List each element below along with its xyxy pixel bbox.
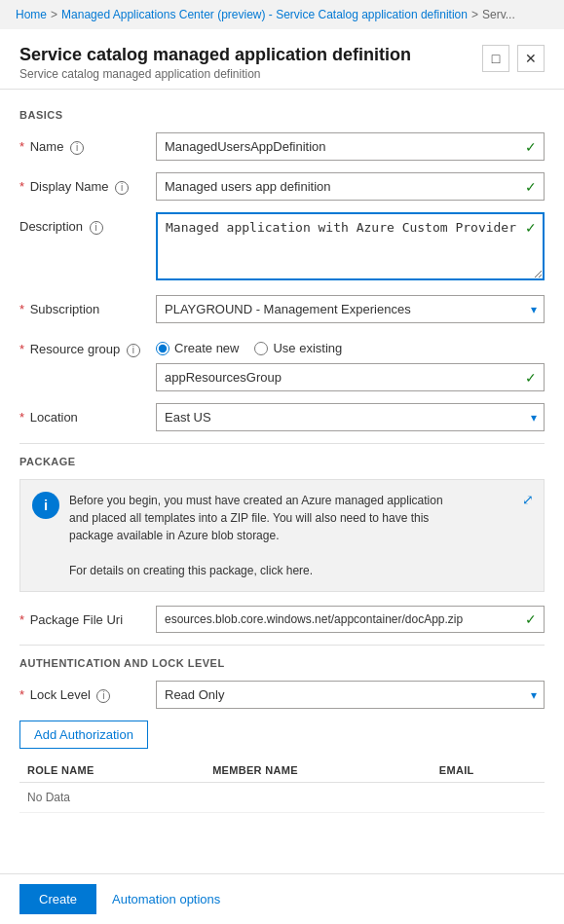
location-row: * Location East US ▾ — [19, 403, 545, 431]
description-textarea[interactable]: Managed application with Azure Custom Pr… — [156, 212, 545, 280]
info-letter: i — [44, 495, 48, 517]
resource-group-label: * Resource group i — [19, 335, 156, 357]
package-section-label: PACKAGE — [19, 456, 545, 467]
package-info-box: i ⤢ Before you begin, you must have crea… — [19, 479, 545, 592]
main-content: BASICS * Name i ✓ * Display Name i ✓ — [0, 90, 564, 891]
description-row: Description i Managed application with A… — [19, 212, 545, 283]
header-text: Service catalog managed application defi… — [19, 45, 411, 81]
package-uri-row: * Package File Uri ✓ — [19, 606, 545, 633]
subscription-row: * Subscription PLAYGROUND - Management E… — [19, 295, 545, 323]
name-input[interactable] — [156, 132, 545, 161]
description-control: Managed application with Azure Custom Pr… — [156, 212, 545, 283]
use-existing-radio[interactable] — [254, 342, 268, 355]
basics-section-label: BASICS — [19, 109, 545, 121]
resource-group-checkmark: ✓ — [525, 370, 537, 386]
package-uri-label: * Package File Uri — [19, 606, 156, 627]
page-subtitle: Service catalog managed application defi… — [19, 67, 411, 81]
description-textarea-wrap: Managed application with Azure Custom Pr… — [156, 212, 545, 283]
display-name-row: * Display Name i ✓ — [19, 172, 545, 201]
display-name-control: ✓ — [156, 172, 545, 201]
close-button[interactable]: ✕ — [517, 45, 545, 72]
resource-group-field-wrap: ✓ — [156, 363, 545, 391]
lock-level-control: Read Only ▾ — [156, 681, 545, 709]
use-existing-option[interactable]: Use existing — [254, 341, 342, 355]
description-checkmark: ✓ — [525, 220, 537, 236]
header-actions: □ ✕ — [482, 45, 545, 72]
add-authorization-button[interactable]: Add Authorization — [19, 721, 148, 749]
breadcrumb-sep-1: > — [51, 8, 57, 21]
email-header: EMAIL — [432, 758, 545, 783]
breadcrumb-home[interactable]: Home — [16, 8, 47, 21]
lock-level-select-wrap: Read Only ▾ — [156, 681, 545, 709]
package-uri-control: ✓ — [156, 606, 545, 633]
breadcrumb: Home > Managed Applications Center (prev… — [0, 0, 564, 29]
window-button[interactable]: □ — [482, 45, 509, 72]
subscription-control: PLAYGROUND - Management Experiences ▾ — [156, 295, 545, 323]
name-required: * — [19, 139, 24, 154]
display-name-input-wrap: ✓ — [156, 172, 545, 201]
no-data-cell: No Data — [19, 783, 545, 813]
resource-group-info-icon[interactable]: i — [127, 344, 140, 357]
auth-section-label: AUTHENTICATION AND LOCK LEVEL — [19, 657, 545, 669]
automation-options-link[interactable]: Automation options — [112, 892, 220, 906]
external-link-icon[interactable]: ⤢ — [522, 490, 534, 510]
location-select[interactable]: East US — [156, 403, 545, 431]
lock-level-info-icon[interactable]: i — [96, 689, 110, 703]
lock-level-select[interactable]: Read Only — [156, 681, 545, 709]
create-new-option[interactable]: Create new — [156, 341, 239, 355]
create-button[interactable]: Create — [19, 884, 96, 914]
display-name-required: * — [19, 179, 24, 194]
footer: Create Automation options — [0, 873, 564, 924]
name-input-wrap: ✓ — [156, 132, 545, 161]
create-new-radio[interactable] — [156, 342, 169, 355]
subscription-required: * — [19, 302, 24, 316]
resource-group-required: * — [19, 342, 24, 356]
member-name-header: MEMBER NAME — [205, 758, 432, 783]
authorization-table: ROLE NAME MEMBER NAME EMAIL No Data — [19, 758, 545, 813]
page-title: Service catalog managed application defi… — [19, 45, 411, 65]
display-name-input[interactable] — [156, 172, 545, 201]
location-label: * Location — [19, 403, 156, 425]
name-control: ✓ — [156, 132, 545, 161]
package-uri-required: * — [19, 612, 24, 627]
package-uri-checkmark: ✓ — [525, 611, 537, 627]
create-new-label: Create new — [174, 341, 239, 355]
role-name-header: ROLE NAME — [19, 758, 205, 783]
breadcrumb-managed-apps[interactable]: Managed Applications Center (preview) - … — [61, 8, 468, 21]
package-uri-input[interactable] — [156, 606, 545, 633]
name-label: * Name i — [19, 132, 156, 155]
resource-group-input-wrap: ✓ — [156, 363, 545, 391]
lock-level-label: * Lock Level i — [19, 681, 156, 703]
name-checkmark: ✓ — [525, 139, 537, 155]
resource-group-input[interactable] — [156, 363, 545, 391]
resource-group-control: Create new Use existing ✓ — [156, 335, 545, 391]
info-box-text: Before you begin, you must have created … — [69, 492, 532, 579]
resource-group-row: * Resource group i Create new Use existi… — [19, 335, 545, 391]
name-info-icon[interactable]: i — [70, 141, 84, 155]
info-box-icon: i — [32, 492, 59, 519]
resource-group-radio-group: Create new Use existing — [156, 335, 545, 355]
subscription-select-wrap: PLAYGROUND - Management Experiences ▾ — [156, 295, 545, 323]
location-control: East US ▾ — [156, 403, 545, 431]
display-name-label: * Display Name i — [19, 172, 156, 195]
lock-level-row: * Lock Level i Read Only ▾ — [19, 681, 545, 709]
location-required: * — [19, 410, 24, 425]
breadcrumb-current: Serv... — [482, 8, 515, 21]
description-label: Description i — [19, 212, 156, 235]
page-header: Service catalog managed application defi… — [0, 29, 564, 90]
description-info-icon[interactable]: i — [90, 221, 103, 235]
table-header-row: ROLE NAME MEMBER NAME EMAIL — [19, 758, 545, 783]
display-name-checkmark: ✓ — [525, 179, 537, 195]
breadcrumb-sep-2: > — [471, 8, 478, 21]
lock-level-required: * — [19, 687, 24, 702]
use-existing-label: Use existing — [273, 341, 342, 355]
package-divider — [19, 645, 545, 646]
subscription-select[interactable]: PLAYGROUND - Management Experiences — [156, 295, 545, 323]
table-row: No Data — [19, 783, 545, 813]
display-name-info-icon[interactable]: i — [115, 181, 129, 195]
package-uri-input-wrap: ✓ — [156, 606, 545, 633]
location-select-wrap: East US ▾ — [156, 403, 545, 431]
basics-divider — [19, 443, 545, 444]
name-row: * Name i ✓ — [19, 132, 545, 161]
subscription-label: * Subscription — [19, 295, 156, 316]
